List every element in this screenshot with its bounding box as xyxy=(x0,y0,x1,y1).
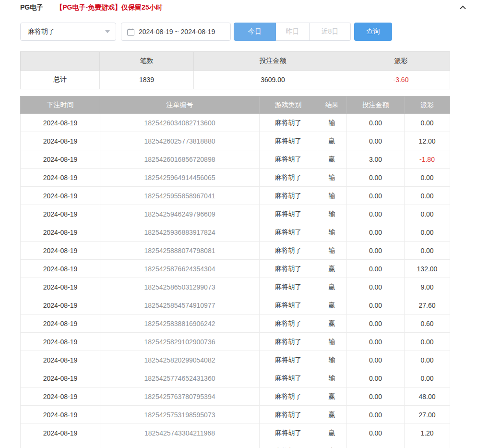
bet-time-cell: 2024-08-19 xyxy=(21,242,100,260)
order-no-cell: 1825425888074798081 xyxy=(100,242,260,260)
table-row: 2024-08-191825425774652431360麻将胡了输0.000.… xyxy=(21,369,450,387)
game-type-cell: 麻将胡了 xyxy=(260,387,317,406)
result-cell: 赢 xyxy=(317,424,347,442)
result-cell: 赢 xyxy=(317,387,347,406)
result-cell: 赢 xyxy=(317,406,347,424)
payout-cell: 132.00 xyxy=(405,260,450,278)
bet-time-cell: 2024-08-19 xyxy=(21,296,100,315)
payout-cell: 12.00 xyxy=(405,132,450,150)
order-no-cell: 1825426034082713600 xyxy=(100,114,260,132)
summary-header-payout: 派彩 xyxy=(352,52,450,71)
game-type-cell: 麻将胡了 xyxy=(260,442,317,448)
panel-title: PG电子 xyxy=(20,3,43,12)
payout-cell: 0.00 xyxy=(405,369,450,387)
table-row: 2024-08-191825426034082713600麻将胡了输0.000.… xyxy=(21,114,450,132)
order-no-cell: 1825425763780795394 xyxy=(100,387,260,406)
collapse-button[interactable] xyxy=(456,3,469,12)
bet-amount-cell: 0.00 xyxy=(347,387,405,406)
summary-header-row: 笔数 投注金额 派彩 xyxy=(21,52,450,71)
order-no-cell: 1825425743304211968 xyxy=(100,424,260,442)
order-no-cell: 1825425964914456065 xyxy=(100,169,260,187)
column-header-result: 结果 xyxy=(317,97,347,114)
bet-time-cell: 2024-08-19 xyxy=(21,205,100,223)
game-type-cell: 麻将胡了 xyxy=(260,296,317,315)
bet-time-cell: 2024-08-19 xyxy=(21,442,100,448)
bet-amount-cell: 0.00 xyxy=(347,315,405,333)
bet-time-cell: 2024-08-19 xyxy=(21,150,100,169)
date-range-input[interactable]: 2024-08-19 ~ 2024-08-19 xyxy=(121,23,231,41)
order-no-cell: 1825425838816906242 xyxy=(100,315,260,333)
summary-total-payout: -3.60 xyxy=(352,71,450,89)
result-cell: 输 xyxy=(317,369,347,387)
payout-cell: 0.00 xyxy=(405,114,450,132)
payout-cell: 0.00 xyxy=(405,351,450,369)
bet-amount-cell: 0.00 xyxy=(347,187,405,205)
date-range-value: 2024-08-19 ~ 2024-08-19 xyxy=(139,28,215,36)
bet-time-cell: 2024-08-19 xyxy=(21,333,100,351)
table-row: 2024-08-191825425743304211968麻将胡了赢0.001.… xyxy=(21,424,450,442)
order-no-cell: 1825425946249796609 xyxy=(100,205,260,223)
game-type-cell: 麻将胡了 xyxy=(260,150,317,169)
table-row: 2024-08-191825425737487498322麻将胡了赢0.001.… xyxy=(21,442,450,448)
payout-cell: 27.00 xyxy=(405,406,450,424)
summary-total-label: 总计 xyxy=(21,71,100,89)
payout-cell: 48.00 xyxy=(405,387,450,406)
bet-time-cell: 2024-08-19 xyxy=(21,114,100,132)
bet-amount-cell: 0.00 xyxy=(347,424,405,442)
column-header-order-no: 注单编号 xyxy=(100,97,260,114)
panel-header-left: PG电子 【PG电子-免费游戏】仅保留25小时 xyxy=(20,3,163,12)
filter-bar: 麻将胡了 2024-08-19 ~ 2024-08-19 今日 昨日 近8日 查… xyxy=(20,23,469,41)
payout-cell: 0.00 xyxy=(405,187,450,205)
table-row: 2024-08-191825426025773818880麻将胡了赢0.0012… xyxy=(21,132,450,150)
result-cell: 赢 xyxy=(317,442,347,448)
bet-time-cell: 2024-08-19 xyxy=(21,169,100,187)
today-button[interactable]: 今日 xyxy=(234,23,276,41)
result-cell: 赢 xyxy=(317,260,347,278)
order-no-cell: 1825425955858967041 xyxy=(100,187,260,205)
result-cell: 输 xyxy=(317,223,347,242)
panel-notice: 【PG电子-免费游戏】仅保留25小时 xyxy=(56,3,162,12)
result-cell: 输 xyxy=(317,242,347,260)
result-cell: 赢 xyxy=(317,296,347,315)
payout-cell: 0.00 xyxy=(405,333,450,351)
game-type-cell: 麻将胡了 xyxy=(260,187,317,205)
bet-time-cell: 2024-08-19 xyxy=(21,424,100,442)
order-no-cell: 1825426016856720898 xyxy=(100,150,260,169)
order-no-cell: 1825425854574910977 xyxy=(100,296,260,315)
payout-cell: 0.00 xyxy=(405,242,450,260)
bet-time-cell: 2024-08-19 xyxy=(21,187,100,205)
table-row: 2024-08-191825425865031299073麻将胡了赢0.009.… xyxy=(21,278,450,296)
bet-table-body: 2024-08-191825426034082713600麻将胡了输0.000.… xyxy=(21,114,450,448)
order-no-cell: 1825425865031299073 xyxy=(100,278,260,296)
report-panel: PG电子 【PG电子-免费游戏】仅保留25小时 麻将胡了 2024-08-19 … xyxy=(0,3,489,448)
table-row: 2024-08-191825425955858967041麻将胡了输0.000.… xyxy=(21,187,450,205)
caret-down-icon xyxy=(105,30,110,33)
payout-cell: 27.60 xyxy=(405,296,450,315)
last-8-days-button[interactable]: 近8日 xyxy=(310,23,351,41)
table-row: 2024-08-191825425964914456065麻将胡了输0.000.… xyxy=(21,169,450,187)
result-cell: 赢 xyxy=(317,315,347,333)
search-button[interactable]: 查询 xyxy=(354,23,392,41)
game-type-cell: 麻将胡了 xyxy=(260,223,317,242)
result-cell: 赢 xyxy=(317,278,347,296)
yesterday-button[interactable]: 昨日 xyxy=(276,23,310,41)
payout-cell: 1.20 xyxy=(405,442,450,448)
payout-cell: 9.00 xyxy=(405,278,450,296)
chevron-up-icon xyxy=(460,5,466,12)
game-type-cell: 麻将胡了 xyxy=(260,424,317,442)
result-cell: 赢 xyxy=(317,150,347,169)
bet-amount-cell: 0.00 xyxy=(347,278,405,296)
bet-amount-cell: 0.00 xyxy=(347,260,405,278)
summary-header-count: 笔数 xyxy=(100,52,194,71)
order-no-cell: 1825426025773818880 xyxy=(100,132,260,150)
bet-amount-cell: 0.00 xyxy=(347,369,405,387)
bet-amount-cell: 0.00 xyxy=(347,406,405,424)
bet-amount-cell: 0.00 xyxy=(347,296,405,315)
game-type-cell: 麻将胡了 xyxy=(260,114,317,132)
game-type-cell: 麻将胡了 xyxy=(260,242,317,260)
calendar-icon xyxy=(127,28,134,36)
game-select[interactable]: 麻将胡了 xyxy=(20,23,116,41)
bet-time-cell: 2024-08-19 xyxy=(21,260,100,278)
bet-time-cell: 2024-08-19 xyxy=(21,406,100,424)
table-row: 2024-08-191825425854574910977麻将胡了赢0.0027… xyxy=(21,296,450,315)
